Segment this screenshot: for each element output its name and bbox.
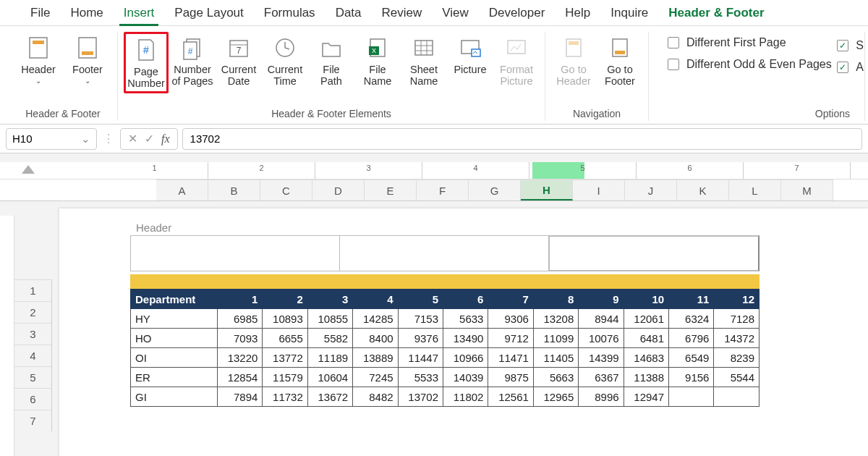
cancel-icon[interactable]: ✕ — [128, 132, 137, 145]
col-G[interactable]: G — [469, 180, 521, 200]
table-cell[interactable]: 10893 — [263, 309, 307, 329]
table-cell[interactable]: 10076 — [579, 329, 624, 348]
table-cell[interactable]: 10855 — [307, 309, 352, 329]
table-cell[interactable]: 11579 — [263, 368, 307, 387]
table-cell[interactable]: 5663 — [533, 368, 578, 387]
tab-home[interactable]: Home — [60, 0, 113, 26]
table-cell[interactable]: 11802 — [443, 387, 488, 407]
tab-review[interactable]: Review — [372, 0, 433, 26]
table-cell[interactable]: 12965 — [533, 387, 578, 407]
table-header[interactable]: 8 — [533, 290, 578, 309]
table-cell[interactable]: HY — [131, 309, 218, 329]
table-cell[interactable]: 12947 — [624, 387, 668, 407]
scale-checkbox[interactable]: ✓S — [837, 39, 864, 52]
row-1[interactable]: 1 — [14, 279, 52, 301]
header-center-box[interactable] — [339, 235, 548, 271]
table-cell[interactable]: 6549 — [669, 348, 714, 368]
col-L[interactable]: L — [729, 180, 781, 200]
tab-help[interactable]: Help — [555, 0, 600, 26]
table-cell[interactable]: 11388 — [624, 368, 668, 387]
table-cell[interactable]: 7245 — [353, 368, 398, 387]
tab-file[interactable]: File — [20, 0, 60, 26]
table-cell[interactable]: 11447 — [398, 348, 443, 368]
col-A[interactable]: A — [156, 180, 208, 200]
table-header[interactable]: 9 — [579, 290, 624, 309]
table-cell[interactable]: 9376 — [398, 329, 443, 348]
table-header[interactable]: 4 — [353, 290, 398, 309]
table-cell[interactable]: 8239 — [714, 348, 760, 368]
table-cell[interactable]: 10966 — [443, 348, 488, 368]
col-M[interactable]: M — [781, 180, 833, 200]
row-5[interactable]: 5 — [14, 366, 52, 388]
picture-button[interactable]: Picture — [448, 32, 493, 93]
table-cell[interactable]: 9875 — [488, 368, 533, 387]
footer-button[interactable]: Footer ⌄ — [64, 32, 111, 86]
col-K[interactable]: K — [677, 180, 729, 200]
table-cell[interactable]: 6655 — [263, 329, 307, 348]
row-2[interactable]: 2 — [14, 301, 52, 323]
col-J[interactable]: J — [625, 180, 677, 200]
table-cell[interactable]: 7128 — [714, 309, 760, 329]
table-header[interactable]: Department — [131, 290, 218, 309]
col-H[interactable]: H — [521, 180, 573, 200]
table-cell[interactable]: 9712 — [488, 329, 533, 348]
tab-formulas[interactable]: Formulas — [254, 0, 326, 26]
table-cell[interactable] — [714, 387, 760, 407]
table-cell[interactable]: 10604 — [307, 368, 352, 387]
table-header[interactable]: 2 — [263, 290, 307, 309]
table-cell[interactable]: 14039 — [443, 368, 488, 387]
tab-data[interactable]: Data — [326, 0, 372, 26]
different-first-page-checkbox[interactable]: Different First Page — [668, 36, 853, 49]
table-cell[interactable]: 13672 — [307, 387, 352, 407]
col-I[interactable]: I — [573, 180, 625, 200]
row-6[interactable]: 6 — [14, 388, 52, 410]
table-cell[interactable]: 12561 — [488, 387, 533, 407]
table-cell[interactable]: 5633 — [443, 309, 488, 329]
table-cell[interactable]: 5582 — [307, 329, 352, 348]
table-cell[interactable]: 6367 — [579, 368, 624, 387]
col-B[interactable]: B — [208, 180, 260, 200]
table-cell[interactable]: 7153 — [398, 309, 443, 329]
col-E[interactable]: E — [365, 180, 417, 200]
table-cell[interactable]: ER — [131, 368, 218, 387]
go-to-footer-button[interactable]: Go to Footer — [597, 32, 642, 89]
table-cell[interactable]: 14372 — [714, 329, 760, 348]
table-cell[interactable]: 11405 — [533, 348, 578, 368]
row-4[interactable]: 4 — [14, 345, 52, 366]
current-date-button[interactable]: 7 Current Date — [216, 32, 261, 93]
row-7[interactable]: 7 — [14, 410, 52, 431]
select-all-triangle[interactable] — [22, 165, 35, 174]
number-of-pages-button[interactable]: # Number of Pages — [170, 32, 215, 93]
tab-header-footer-contextual[interactable]: Header & Footer — [658, 0, 774, 26]
formula-input[interactable]: 13702 — [182, 128, 862, 150]
table-header[interactable]: 1 — [218, 290, 263, 309]
fx-icon[interactable]: fx — [161, 132, 170, 145]
table-cell[interactable]: 12854 — [218, 368, 263, 387]
table-header[interactable]: 6 — [443, 290, 488, 309]
table-cell[interactable]: 6481 — [624, 329, 668, 348]
table-cell[interactable]: 13702 — [398, 387, 443, 407]
table-cell[interactable]: 11099 — [533, 329, 578, 348]
table-cell[interactable]: 13220 — [218, 348, 263, 368]
table-cell[interactable]: 11471 — [488, 348, 533, 368]
col-C[interactable]: C — [260, 180, 312, 200]
table-cell[interactable]: 13490 — [443, 329, 488, 348]
header-button[interactable]: Header ⌄ — [14, 32, 62, 86]
table-cell[interactable]: 9306 — [488, 309, 533, 329]
file-name-button[interactable]: X File Name — [355, 32, 400, 93]
table-cell[interactable]: 7093 — [218, 329, 263, 348]
col-F[interactable]: F — [417, 180, 469, 200]
row-3[interactable]: 3 — [14, 323, 52, 345]
table-cell[interactable]: 7894 — [218, 387, 263, 407]
header-left-box[interactable] — [130, 235, 339, 271]
table-header[interactable]: 12 — [714, 290, 760, 309]
table-cell[interactable]: 13772 — [263, 348, 307, 368]
table-cell[interactable]: 6324 — [669, 309, 714, 329]
table-header[interactable]: 11 — [669, 290, 714, 309]
tab-insert[interactable]: Insert — [114, 0, 165, 26]
table-cell[interactable]: 11732 — [263, 387, 307, 407]
header-right-box[interactable] — [548, 235, 760, 271]
table-cell[interactable]: 9156 — [669, 368, 714, 387]
table-cell[interactable]: GI — [131, 387, 218, 407]
table-cell[interactable]: 14683 — [624, 348, 668, 368]
